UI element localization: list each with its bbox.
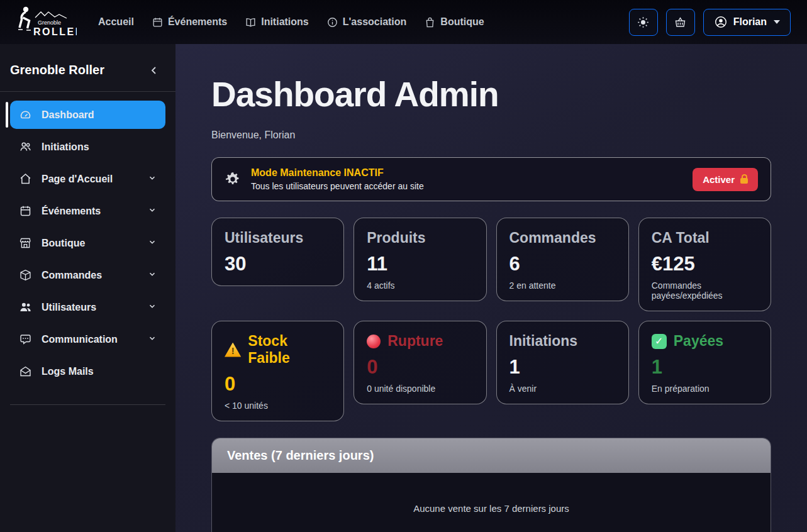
stat-value: 1 — [652, 356, 758, 379]
stat-subtitle: < 10 unités — [225, 401, 331, 411]
admin-sidebar: Grenoble Roller Dashboard Initiations Pa… — [0, 44, 175, 532]
stat-subtitle: En préparation — [652, 384, 758, 394]
welcome-text: Bienvenue, Florian — [211, 130, 771, 141]
sidebar-item-label: Dashboard — [42, 109, 94, 121]
svg-text:Grenoble: Grenoble — [38, 19, 61, 26]
nav-item-boutique[interactable]: Boutique — [424, 16, 484, 28]
nav-item-label: Boutique — [440, 16, 484, 28]
grenoble-roller-logo-icon: Grenoble ROLLER — [16, 5, 77, 39]
nav-item-label: L'association — [343, 16, 407, 28]
sidebar-item-label: Utilisateurs — [42, 302, 96, 313]
book-icon — [245, 16, 257, 28]
red-circle-icon — [367, 335, 381, 348]
stat-value: 0 — [367, 356, 473, 379]
stat-title: Rupture — [367, 333, 473, 350]
info-circle-icon — [326, 16, 338, 28]
sales-panel-title: Ventes (7 derniers jours) — [227, 448, 755, 463]
theme-toggle-button[interactable] — [629, 9, 658, 36]
sidebar-nav: Dashboard Initiations Page d'Accueil Évé… — [0, 92, 175, 394]
people-icon — [19, 140, 32, 153]
people-fill-icon — [19, 301, 32, 314]
sidebar-item-commandes[interactable]: Commandes — [10, 261, 165, 289]
nav-item-accueil[interactable]: Accueil — [98, 16, 134, 28]
nav-item-label: Initiations — [261, 16, 309, 28]
chevron-left-icon — [149, 65, 159, 75]
page-title: Dashboard Admin — [211, 74, 771, 114]
sidebar-item-boutique[interactable]: Boutique — [10, 229, 165, 257]
stat-card-produits: Produits 11 4 actifs — [353, 218, 486, 301]
sidebar-item-page-accueil[interactable]: Page d'Accueil — [10, 165, 165, 193]
chevron-down-icon — [148, 270, 157, 281]
maintenance-subtitle: Tous les utilisateurs peuvent accéder au… — [251, 181, 424, 191]
stat-value: 11 — [367, 253, 473, 275]
sales-panel: Ventes (7 derniers jours) Aucune vente s… — [211, 438, 771, 532]
sales-panel-header: Ventes (7 derniers jours) — [212, 438, 771, 473]
box-icon — [19, 269, 32, 282]
nav-item-association[interactable]: L'association — [326, 16, 407, 28]
stat-subtitle: 0 unité disponible — [367, 384, 473, 394]
shop-icon — [19, 236, 32, 250]
activate-maintenance-button[interactable]: Activer — [693, 168, 758, 191]
stat-title: Utilisateurs — [225, 230, 331, 247]
stat-value: 6 — [509, 253, 616, 275]
stat-subtitle: 2 en attente — [509, 280, 616, 291]
sidebar-item-evenements[interactable]: Événements — [10, 197, 165, 225]
warning-triangle-icon — [225, 343, 241, 357]
svg-text:ROLLER: ROLLER — [33, 26, 77, 37]
sidebar-collapse-button[interactable] — [149, 65, 159, 75]
chat-dots-icon — [19, 333, 32, 346]
stat-title: Produits — [367, 230, 473, 247]
sidebar-bottom-divider — [10, 404, 165, 405]
stats-grid: Utilisateurs 30 Produits 11 4 actifs Com… — [211, 218, 771, 421]
stat-title: Commandes — [509, 230, 616, 247]
stat-title: Stock Faible — [225, 333, 331, 367]
sidebar-item-label: Initiations — [42, 141, 89, 153]
stat-title: Initiations — [509, 333, 616, 350]
speedometer-icon — [19, 108, 32, 121]
stat-value: 30 — [225, 253, 331, 275]
chevron-down-icon — [148, 334, 157, 345]
stat-title: CA Total — [652, 230, 758, 247]
stat-card-ca-total: CA Total €125 Commandes payées/expédiées — [638, 218, 771, 311]
sidebar-header: Grenoble Roller — [0, 44, 175, 91]
caret-down-icon — [774, 20, 780, 24]
sidebar-item-label: Logs Mails — [42, 366, 94, 377]
chevron-down-icon — [148, 238, 157, 249]
calendar-icon — [19, 204, 32, 218]
sidebar-item-logs-mails[interactable]: Logs Mails — [10, 357, 165, 385]
sidebar-item-dashboard[interactable]: Dashboard — [10, 101, 165, 129]
sidebar-item-label: Page d'Accueil — [42, 174, 113, 185]
user-menu-button[interactable]: Florian — [703, 9, 791, 36]
basket-icon — [674, 16, 687, 29]
brand-logo[interactable]: Grenoble ROLLER — [16, 5, 77, 39]
sun-icon — [637, 16, 650, 29]
sidebar-item-communication[interactable]: Communication — [10, 325, 165, 353]
maintenance-texts: Mode Maintenance INACTIF Tous les utilis… — [251, 167, 424, 191]
nav-item-evenements[interactable]: Événements — [152, 16, 227, 28]
maintenance-title: Mode Maintenance INACTIF — [251, 167, 424, 179]
top-navbar: Grenoble ROLLER Accueil Événements Initi… — [0, 0, 807, 44]
stat-card-commandes: Commandes 6 2 en attente — [496, 218, 629, 301]
activate-button-label: Activer — [703, 174, 735, 185]
nav-item-initiations[interactable]: Initiations — [245, 16, 309, 28]
bag-icon — [424, 16, 436, 28]
stat-title-label: Stock Faible — [248, 333, 331, 367]
stat-card-payees: ✓ Payées 1 En préparation — [638, 321, 771, 404]
nav-item-label: Événements — [168, 16, 227, 28]
stat-subtitle: À venir — [509, 384, 616, 394]
sidebar-item-initiations[interactable]: Initiations — [10, 133, 165, 161]
stat-card-rupture: Rupture 0 0 unité disponible — [353, 321, 486, 404]
lock-icon — [740, 178, 748, 184]
sidebar-item-label: Événements — [42, 206, 101, 217]
gear-icon — [225, 171, 241, 187]
stat-value: €125 — [652, 253, 758, 275]
stat-title: ✓ Payées — [652, 333, 758, 350]
cart-button[interactable] — [666, 9, 695, 36]
navbar-actions: Florian — [629, 9, 791, 36]
stat-subtitle: Commandes payées/expédiées — [652, 280, 758, 301]
home-icon — [19, 172, 32, 186]
sidebar-title: Grenoble Roller — [10, 63, 104, 77]
sidebar-item-utilisateurs[interactable]: Utilisateurs — [10, 293, 165, 321]
main-content: Dashboard Admin Bienvenue, Florian Mode … — [175, 44, 807, 532]
stat-card-initiations: Initiations 1 À venir — [496, 321, 629, 404]
